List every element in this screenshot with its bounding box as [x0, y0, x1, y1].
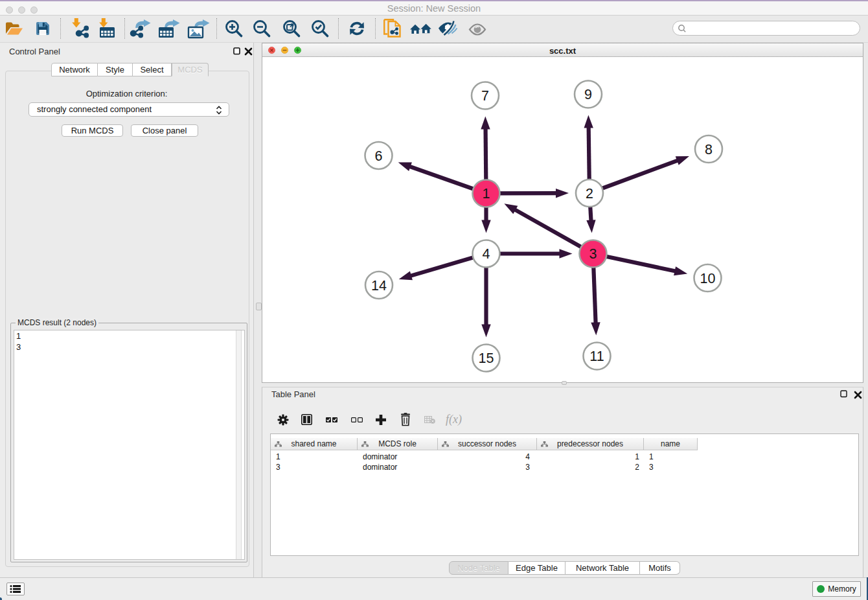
svg-text:7: 7 — [481, 88, 489, 104]
svg-text:6: 6 — [375, 148, 383, 164]
svg-text:3: 3 — [589, 246, 597, 262]
svg-text:11: 11 — [589, 349, 604, 364]
svg-text:1: 1 — [483, 186, 490, 202]
svg-text:4: 4 — [483, 246, 490, 262]
svg-text:2: 2 — [586, 186, 593, 202]
svg-text:10: 10 — [700, 271, 716, 286]
svg-text:15: 15 — [479, 351, 494, 366]
svg-text:8: 8 — [705, 142, 713, 157]
svg-text:14: 14 — [371, 278, 387, 294]
svg-text:9: 9 — [584, 87, 592, 102]
